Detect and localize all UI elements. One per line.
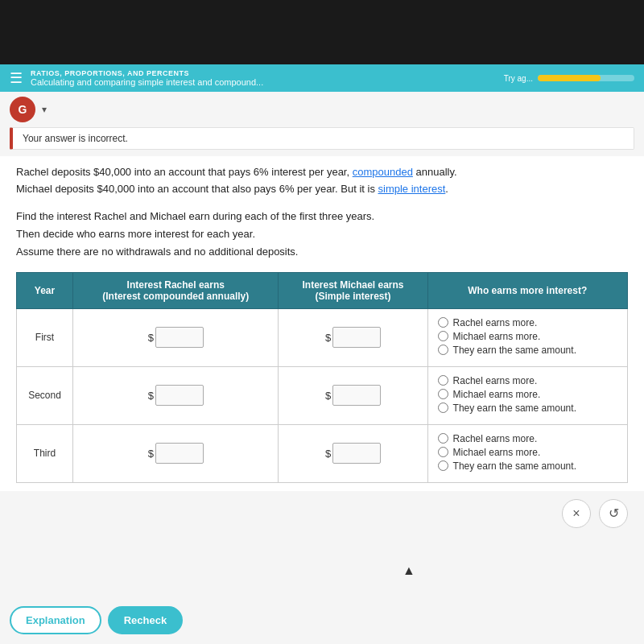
radio-cell-first: Rachel earns more. Michael earns more. T… [427,308,627,366]
radio-same-amount-third[interactable] [438,460,448,471]
dollar-sign: $ [325,332,331,344]
hamburger-icon[interactable]: ☰ [10,69,23,87]
topic-title: Calculating and comparing simple interes… [31,77,263,87]
table-row: Second $ $ [17,366,628,424]
col-header-who: Who earns more interest? [427,272,627,308]
chevron-down-icon[interactable]: ▾ [42,104,47,115]
progress-bar [538,75,634,81]
radio-cell-second: Rachel earns more. Michael earns more. T… [427,366,627,424]
dollar-sign: $ [325,390,331,402]
radio-michael-earns-more-first[interactable] [438,331,448,341]
radio-same-amount-first[interactable] [438,345,448,355]
main-content: Rachel deposits $40,000 into an account … [0,156,644,491]
explanation-button[interactable]: Explanation [10,606,101,634]
radio-option-same-third[interactable]: They earn the same amount. [438,460,617,472]
incorrect-answer-banner: Your answer is incorrect. [10,127,634,150]
radio-option-michael-first[interactable]: Michael earns more. [438,331,617,342]
michael-input-second[interactable] [332,385,381,406]
michael-input-first[interactable] [332,327,381,348]
topic-info: RATIOS, PROPORTIONS, AND PERCENTS Calcul… [31,69,263,87]
michael-input-third[interactable] [332,443,381,464]
rachel-input-second[interactable] [155,385,204,406]
bottom-action-area: × ↺ [0,491,644,536]
avatar: G [10,97,35,122]
cursor: ▲ [402,564,415,578]
radio-cell-third: Rachel earns more. Michael earns more. T… [427,424,627,482]
radio-same-amount-second[interactable] [438,402,448,413]
footer-buttons: Explanation Recheck [10,606,183,634]
michael-input-cell-first: $ [279,308,427,366]
progress-bar-area: Try ag... [504,74,634,83]
table-row: First $ $ [17,308,628,366]
radio-option-rachel-first[interactable]: Rachel earns more. [438,317,617,328]
problem-description: Rachel deposits $40,000 into an account … [16,164,628,198]
radio-option-rachel-third[interactable]: Rachel earns more. [438,433,617,444]
compounded-link[interactable]: compounded [353,166,413,178]
radio-rachel-earns-more-third[interactable] [438,433,448,444]
try-again-text: Try ag... [504,74,533,83]
dollar-sign: $ [148,448,154,460]
rachel-input-cell-second: $ [73,366,279,424]
dollar-sign: $ [325,448,331,460]
year-second: Second [17,366,73,424]
radio-option-michael-third[interactable]: Michael earns more. [438,447,617,458]
radio-option-rachel-second[interactable]: Rachel earns more. [438,375,617,386]
simple-interest-link[interactable]: simple interest [378,183,446,195]
year-third: Third [17,424,73,482]
radio-option-michael-second[interactable]: Michael earns more. [438,389,617,400]
col-header-rachel: Interest Rachel earns(Interest compounde… [73,272,279,308]
michael-input-cell-second: $ [279,366,427,424]
topic-category: RATIOS, PROPORTIONS, AND PERCENTS [31,69,263,77]
year-first: First [17,308,73,366]
radio-michael-earns-more-second[interactable] [438,389,448,399]
dollar-sign: $ [148,390,154,402]
progress-fill [538,75,601,81]
radio-option-same-first[interactable]: They earn the same amount. [438,345,617,356]
rachel-input-cell-first: $ [73,308,279,366]
interest-table: Year Interest Rachel earns(Interest comp… [16,272,628,483]
rachel-input-third[interactable] [155,443,204,464]
close-button[interactable]: × [562,499,591,528]
reset-button[interactable]: ↺ [599,499,628,528]
radio-rachel-earns-more-first[interactable] [438,317,448,328]
radio-rachel-earns-more-second[interactable] [438,375,448,386]
rachel-input-cell-third: $ [73,424,279,482]
recheck-button[interactable]: Recheck [108,606,183,634]
michael-input-cell-third: $ [279,424,427,482]
radio-michael-earns-more-third[interactable] [438,447,448,457]
col-header-michael: Interest Michael earns(Simple interest) [279,272,427,308]
rachel-input-first[interactable] [155,327,204,348]
instructions: Find the interest Rachel and Michael ear… [16,208,628,261]
col-header-year: Year [17,272,73,308]
dollar-sign: $ [148,332,154,344]
avatar-row: G ▾ [0,92,644,127]
top-bar: ☰ RATIOS, PROPORTIONS, AND PERCENTS Calc… [0,64,644,92]
table-row: Third $ $ [17,424,628,482]
radio-option-same-second[interactable]: They earn the same amount. [438,402,617,414]
